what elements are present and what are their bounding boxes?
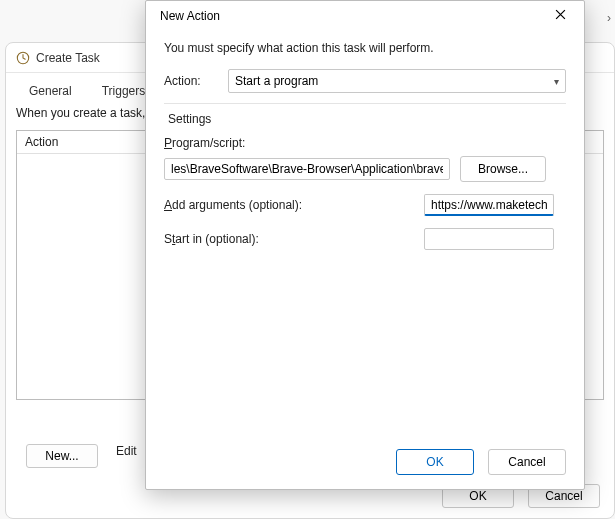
new-action-titlebar: New Action: [146, 1, 584, 31]
action-label: Action:: [164, 74, 218, 88]
add-arguments-label: Add arguments (optional):: [164, 198, 414, 212]
edit-button[interactable]: Edit: [116, 444, 137, 468]
chevron-down-icon: ▾: [554, 76, 559, 87]
start-in-input[interactable]: [424, 228, 554, 250]
settings-group-title: Settings: [168, 112, 566, 126]
create-task-title: Create Task: [36, 51, 100, 65]
close-button[interactable]: [544, 4, 576, 28]
add-arguments-input[interactable]: [424, 194, 554, 216]
new-action-title: New Action: [160, 9, 220, 23]
new-action-message: You must specify what action this task w…: [164, 41, 566, 55]
new-action-cancel-button[interactable]: Cancel: [488, 449, 566, 475]
program-script-input[interactable]: [164, 158, 450, 180]
clock-icon: [16, 51, 30, 65]
browse-button[interactable]: Browse...: [460, 156, 546, 182]
program-script-label: Program/script:: [164, 136, 245, 150]
action-select-value: Start a program: [235, 74, 318, 88]
action-select[interactable]: Start a program ▾: [228, 69, 566, 93]
new-button[interactable]: New...: [26, 444, 98, 468]
start-in-label: Start in (optional):: [164, 232, 414, 246]
new-action-dialog: New Action You must specify what action …: [145, 0, 585, 490]
close-icon: [555, 9, 566, 23]
overflow-chevron-icon[interactable]: ›: [601, 4, 615, 32]
new-action-ok-button[interactable]: OK: [396, 449, 474, 475]
tab-general[interactable]: General: [16, 79, 85, 102]
